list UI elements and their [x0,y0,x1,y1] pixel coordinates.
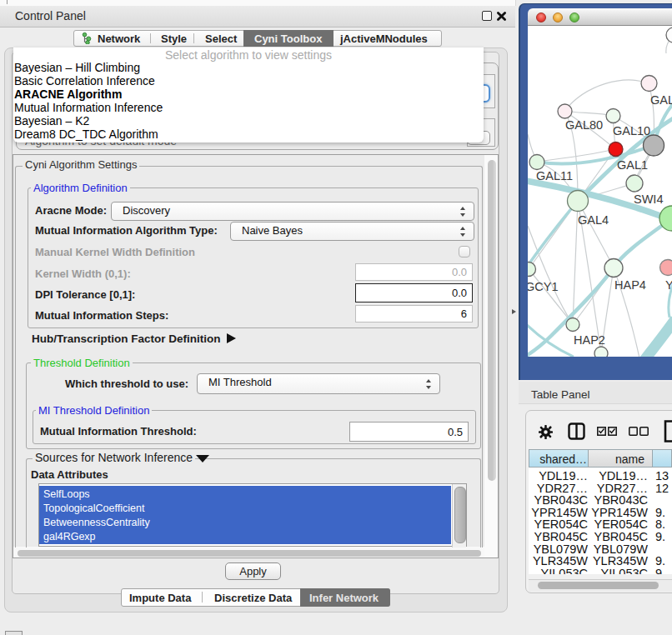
svg-text:GAL: GAL [650,93,672,107]
svg-text:GAL4: GAL4 [578,213,609,227]
svg-text:GAL11: GAL11 [536,169,573,182]
svg-text:GAL10: GAL10 [613,124,650,138]
svg-text:HAP2: HAP2 [574,333,605,347]
svg-text:Y: Y [665,278,672,292]
svg-text:GAL80: GAL80 [565,118,603,132]
svg-text:SWI4: SWI4 [634,192,663,206]
svg-text:GCY1: GCY1 [528,280,559,293]
svg-text:HAP4: HAP4 [614,278,646,292]
svg-text:GAL1: GAL1 [617,158,648,172]
